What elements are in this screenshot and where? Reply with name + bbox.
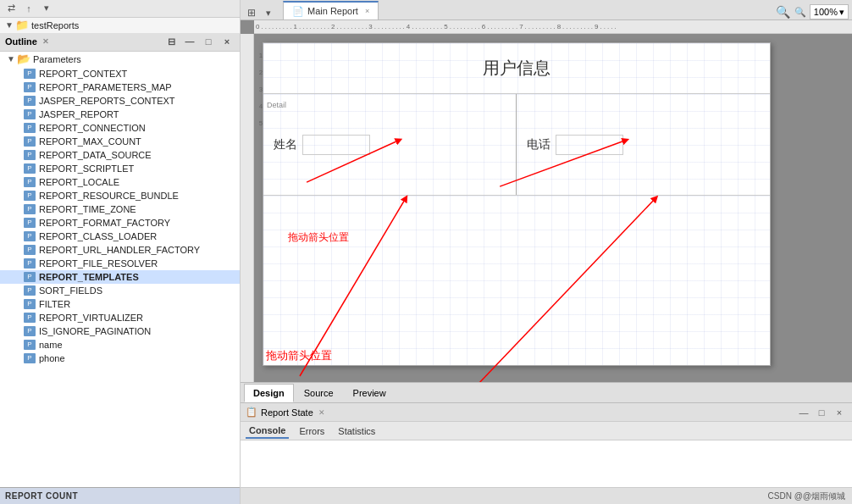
report-detail-section: Detail 姓名 电话 — [263, 94, 770, 196]
report-title-text: 用户信息 — [483, 57, 550, 80]
outline-minimize-btn[interactable]: — — [182, 35, 197, 48]
outline-item-sort_fields[interactable]: PSORT_FIELDS — [0, 284, 240, 297]
parameters-group[interactable]: ▼ 📂 Parameters — [0, 52, 240, 67]
param-icon-report_parameters_map: P — [24, 82, 36, 92]
outline-item-label-report_format_factory: REPORT_FORMAT_FACTORY — [39, 218, 170, 228]
param-icon-sort_fields: P — [24, 285, 36, 296]
outline-item-report_resource_bundle[interactable]: PREPORT_RESOURCE_BUNDLE — [0, 189, 240, 202]
outline-item-report_url_handler_factory[interactable]: PREPORT_URL_HANDLER_FACTORY — [0, 243, 240, 257]
outline-item-filter[interactable]: PFILTER — [0, 297, 240, 311]
outline-item-report_templates[interactable]: PREPORT_TEMPLATES — [0, 270, 240, 284]
outline-item-label-report_connection: REPORT_CONNECTION — [39, 123, 146, 133]
param-icon-is_ignore_pagination: P — [24, 326, 36, 336]
outline-item-report_context[interactable]: PREPORT_CONTEXT — [0, 67, 240, 80]
param-icon-report_format_factory: P — [24, 218, 36, 228]
zoom-in-btn[interactable]: 🔍 — [776, 5, 791, 19]
design-tab-label: Design — [253, 388, 285, 398]
ruler-marks: 0.........1.........2.........3.........… — [256, 23, 618, 30]
outline-item-label-sort_fields: SORT_FIELDS — [39, 285, 102, 296]
parameters-expand: ▼ — [7, 54, 17, 64]
design-tab[interactable]: Design — [244, 384, 294, 402]
bottom-panel-title: Report State — [261, 407, 313, 418]
outline-item-label-report_scriptlet: REPORT_SCRIPTLET — [39, 163, 134, 174]
outline-item-report_format_factory[interactable]: PREPORT_FORMAT_FACTORY — [0, 216, 240, 230]
toolbar-dropdown-icon[interactable]: ▾ — [261, 6, 276, 19]
outline-header-buttons: ⊟ — □ × — [163, 35, 235, 48]
bottom-maximize-btn[interactable]: □ — [814, 406, 829, 419]
outline-item-label-name: name — [39, 340, 63, 350]
toolbar-grid-icon[interactable]: ⊞ — [244, 6, 259, 19]
zoom-selector[interactable]: 100% ▾ — [810, 4, 849, 19]
statistics-tab[interactable]: Statistics — [335, 424, 379, 438]
outline-item-report_max_count[interactable]: PREPORT_MAX_COUNT — [0, 135, 240, 148]
main-report-tab[interactable]: 📄 Main Report × — [283, 1, 379, 19]
zoom-out-btn[interactable]: 🔍 — [793, 5, 808, 19]
report-canvas: 用户信息 Detail 姓名 — [263, 42, 771, 366]
outline-item-report_time_zone[interactable]: PREPORT_TIME_ZONE — [0, 202, 240, 216]
outline-item-report_virtualizer[interactable]: PREPORT_VIRTUALIZER — [0, 311, 240, 324]
outline-item-report_data_source[interactable]: PREPORT_DATA_SOURCE — [0, 148, 240, 162]
editor-tab-bar: ⊞ ▾ 📄 Main Report × 🔍 🔍 100% ▾ — [241, 0, 852, 20]
outline-item-report_locale[interactable]: PREPORT_LOCALE — [0, 175, 240, 189]
param-icon-report_scriptlet: P — [24, 163, 36, 174]
main-report-tab-label: Main Report — [307, 6, 358, 16]
editor-panel: ⊞ ▾ 📄 Main Report × 🔍 🔍 100% ▾ — [241, 0, 852, 504]
bottom-footer: CSDN @@烟雨倾城 — [241, 487, 852, 504]
outline-item-label-report_templates: REPORT_TEMPLATES — [39, 272, 139, 282]
outline-item-label-report_url_handler_factory: REPORT_URL_HANDLER_FACTORY — [39, 245, 200, 255]
errors-tab[interactable]: Errors — [296, 424, 328, 438]
source-tab[interactable]: Source — [295, 384, 343, 402]
sidebar-dropdown[interactable]: ▾ — [39, 2, 54, 15]
main-report-tab-close[interactable]: × — [365, 7, 369, 15]
param-icon-report_locale: P — [24, 177, 36, 187]
test-reports-label: testReports — [31, 20, 79, 30]
outline-item-label-report_resource_bundle: REPORT_RESOURCE_BUNDLE — [39, 191, 179, 201]
parameters-label: Parameters — [33, 54, 81, 64]
source-tab-label: Source — [304, 388, 334, 398]
outline-collapse-btn[interactable]: ⊟ — [163, 35, 179, 48]
field-name-cell: 姓名 — [263, 94, 517, 195]
outline-item-phone[interactable]: Pphone — [0, 352, 240, 365]
param-icon-report_class_loader: P — [24, 231, 36, 241]
outline-maximize-btn[interactable]: □ — [201, 35, 216, 48]
zoom-controls: 🔍 🔍 100% ▾ — [776, 4, 849, 19]
outline-tree: ▼ 📂 Parameters PREPORT_CONTEXTPREPORT_PA… — [0, 52, 240, 487]
outline-item-name[interactable]: Pname — [0, 338, 240, 352]
design-canvas-area: 0.........1.........2.........3.........… — [241, 20, 852, 382]
preview-tab-label: Preview — [353, 388, 386, 398]
vertical-ruler — [241, 34, 254, 382]
report-tab-icon: 📄 — [292, 6, 304, 17]
sidebar-icon-2[interactable]: ↑ — [21, 2, 36, 15]
parameters-folder-icon: 📂 — [17, 53, 30, 65]
outline-item-report_scriptlet[interactable]: PREPORT_SCRIPTLET — [0, 162, 240, 175]
param-icon-filter: P — [24, 299, 36, 309]
param-icon-report_file_resolver: P — [24, 258, 36, 269]
preview-tab[interactable]: Preview — [344, 384, 396, 402]
param-icon-report_url_handler_factory: P — [24, 245, 36, 255]
canvas-wrapper[interactable]: 1 2 3 4 5 用户信息 — [254, 34, 852, 382]
bottom-panel-marker: ✕ — [318, 408, 325, 417]
outline-item-label-filter: FILTER — [39, 299, 70, 309]
outline-item-label-jasper_report: JASPER_REPORT — [39, 109, 119, 119]
zoom-value: 100% — [814, 7, 838, 17]
footer-text: CSDN @@烟雨倾城 — [768, 490, 845, 502]
outline-item-jasper_reports_context[interactable]: PJASPER_REPORTS_CONTEXT — [0, 94, 240, 108]
outline-item-is_ignore_pagination[interactable]: PIS_IGNORE_PAGINATION — [0, 324, 240, 338]
bottom-minimize-btn[interactable]: — — [796, 406, 811, 419]
field-phone-cell: 电话 — [517, 94, 770, 195]
sidebar-icon-1[interactable]: ⇄ — [3, 2, 19, 15]
bottom-close-btn[interactable]: × — [832, 406, 847, 419]
report-count-bar: REPORT COUNT — [0, 487, 240, 504]
outline-item-jasper_report[interactable]: PJASPER_REPORT — [0, 108, 240, 121]
outline-item-report_connection[interactable]: PREPORT_CONNECTION — [0, 121, 240, 135]
outline-item-report_parameters_map[interactable]: PREPORT_PARAMETERS_MAP — [0, 80, 240, 94]
outline-item-label-report_locale: REPORT_LOCALE — [39, 177, 119, 187]
expand-icon: ▼ — [5, 20, 15, 30]
outline-header: Outline ✕ ⊟ — □ × — [0, 33, 240, 52]
zoom-dropdown-icon: ▾ — [839, 7, 844, 18]
outline-close-btn[interactable]: × — [219, 35, 235, 48]
outline-item-report_file_resolver[interactable]: PREPORT_FILE_RESOLVER — [0, 257, 240, 270]
console-tab[interactable]: Console — [246, 424, 289, 439]
test-reports-item[interactable]: ▼ 📁 testReports — [0, 18, 240, 33]
outline-item-report_class_loader[interactable]: PREPORT_CLASS_LOADER — [0, 230, 240, 243]
